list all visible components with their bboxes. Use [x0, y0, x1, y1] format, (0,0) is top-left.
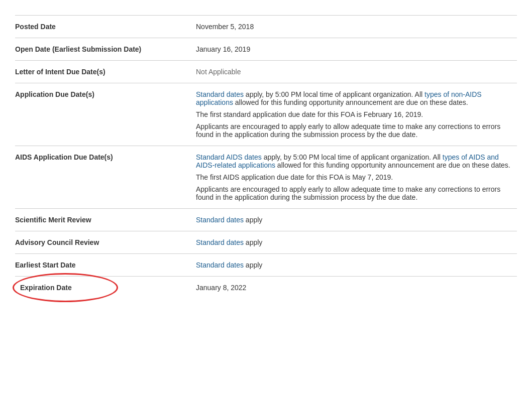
- aids-application-due-label: AIDS Application Due Date(s): [15, 146, 196, 209]
- key-dates-table: Posted DateNovember 5, 2018Open Date (Ea…: [15, 15, 517, 299]
- table-row: Advisory Council ReviewStandard dates ap…: [15, 231, 517, 254]
- letter-of-intent-value: Not Applicable: [196, 61, 517, 83]
- posted-date-label: Posted Date: [15, 16, 196, 38]
- open-date-label: Open Date (Earliest Submission Date): [15, 38, 196, 61]
- aids-application-due-link1[interactable]: Standard AIDS dates: [196, 153, 262, 161]
- earliest-start-value: Standard dates apply: [196, 254, 517, 277]
- scientific-merit-link[interactable]: Standard dates: [196, 216, 244, 224]
- application-due-label: Application Due Date(s): [15, 83, 196, 146]
- advisory-council-label: Advisory Council Review: [15, 231, 196, 254]
- expiration-date-label: Expiration Date: [15, 277, 196, 299]
- advisory-council-link[interactable]: Standard dates: [196, 238, 244, 246]
- earliest-start-link[interactable]: Standard dates: [196, 261, 244, 269]
- letter-of-intent-label: Letter of Intent Due Date(s): [15, 61, 196, 83]
- earliest-start-label: Earliest Start Date: [15, 254, 196, 277]
- scientific-merit-label: Scientific Merit Review: [15, 209, 196, 231]
- table-row: Posted DateNovember 5, 2018: [15, 16, 517, 38]
- application-due-link1[interactable]: Standard dates: [196, 90, 244, 98]
- aids-application-due-value: Standard AIDS dates apply, by 5:00 PM lo…: [196, 146, 517, 209]
- expiration-date-value: January 8, 2022: [196, 277, 517, 299]
- table-row: Scientific Merit ReviewStandard dates ap…: [15, 209, 517, 231]
- table-row: Expiration DateJanuary 8, 2022: [15, 277, 517, 299]
- table-row: Application Due Date(s)Standard dates ap…: [15, 83, 517, 146]
- table-row: Earliest Start DateStandard dates apply: [15, 254, 517, 277]
- expiration-circle: [13, 273, 118, 302]
- scientific-merit-value: Standard dates apply: [196, 209, 517, 231]
- open-date-value: January 16, 2019: [196, 38, 517, 61]
- table-row: Open Date (Earliest Submission Date)Janu…: [15, 38, 517, 61]
- table-row: Letter of Intent Due Date(s)Not Applicab…: [15, 61, 517, 83]
- table-row: AIDS Application Due Date(s)Standard AID…: [15, 146, 517, 209]
- application-due-value: Standard dates apply, by 5:00 PM local t…: [196, 83, 517, 146]
- posted-date-value: November 5, 2018: [196, 16, 517, 38]
- advisory-council-value: Standard dates apply: [196, 231, 517, 254]
